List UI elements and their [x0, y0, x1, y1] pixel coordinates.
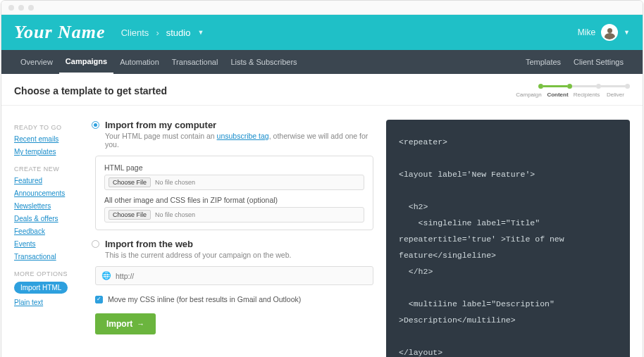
file-status: No file chosen [155, 179, 195, 186]
step-seg [543, 85, 567, 87]
zip-file-input[interactable]: Choose File No file chosen [104, 207, 364, 223]
unsubscribe-tag-link[interactable]: unsubscribe tag [217, 132, 269, 140]
window-chrome [1, 1, 643, 15]
caret-down-icon[interactable]: ▼ [197, 29, 204, 36]
sidebar-import-html[interactable]: Import HTML [14, 282, 68, 294]
code-column: <repeater> <layout label='New Feature'> … [386, 120, 630, 357]
code-preview: <repeater> <layout label='New Feature'> … [386, 120, 630, 357]
progress-stepper: Campaign Content Recipients Deliver [514, 84, 630, 98]
nav-lists[interactable]: Lists & Subscribers [224, 50, 303, 74]
nav-templates[interactable]: Templates [519, 50, 567, 74]
breadcrumb-root[interactable]: Clients [121, 27, 149, 38]
sidebar-heading: CREATE NEW [14, 165, 78, 173]
form-column: Import from my computer Your HTML page m… [92, 120, 373, 357]
import-button[interactable]: Import → [95, 313, 156, 334]
option-desc: Your HTML page must contain an unsubscri… [105, 132, 373, 149]
sidebar-announcements[interactable]: Announcements [14, 189, 78, 197]
globe-icon: 🌐 [101, 271, 111, 280]
radio-unchecked-icon[interactable] [92, 240, 99, 248]
title-bar: Choose a template to get started Campaig… [1, 74, 643, 106]
sidebar-recent-emails[interactable]: Recent emails [14, 135, 78, 143]
option-import-web[interactable]: Import from the web [92, 239, 373, 249]
sidebar-transactional[interactable]: Transactional [14, 253, 78, 261]
window-dot [8, 5, 14, 11]
window-dot [28, 5, 34, 11]
app-header: Your Name Clients › studio ▼ Mike ▼ [1, 15, 643, 50]
step-dot-recipients [596, 84, 601, 89]
nav-automation[interactable]: Automation [113, 50, 166, 74]
step-label: Campaign [514, 92, 543, 98]
sidebar-heading: MORE OPTIONS [14, 270, 78, 277]
content-area: READY TO GO Recent emails My templates C… [1, 106, 643, 357]
arrow-right-icon: → [137, 320, 144, 328]
sidebar-feedback[interactable]: Feedback [14, 227, 78, 235]
check-label: Move my CSS inline (for best results in … [108, 295, 301, 303]
step-seg [601, 85, 625, 87]
html-file-input[interactable]: Choose File No file chosen [104, 175, 364, 190]
sidebar-heading: READY TO GO [14, 124, 78, 131]
sidebar-plain-text[interactable]: Plain text [14, 299, 78, 306]
sidebar-featured[interactable]: Featured [14, 177, 78, 184]
step-seg [572, 85, 596, 87]
window-dot [18, 5, 24, 11]
choose-file-button[interactable]: Choose File [109, 177, 151, 187]
desc-text: Your HTML page must contain an [105, 132, 217, 140]
option-desc: This is the current address of your camp… [105, 251, 373, 259]
step-dot-content [567, 84, 572, 89]
step-label: Deliver [601, 92, 630, 98]
main-nav: Overview Campaigns Automation Transactio… [1, 50, 643, 74]
avatar [601, 24, 618, 41]
radio-checked-icon[interactable] [92, 121, 99, 129]
html-page-label: HTML page [104, 163, 364, 172]
sidebar-my-templates[interactable]: My templates [14, 148, 78, 156]
user-name: Mike [578, 27, 595, 37]
sidebar: READY TO GO Recent emails My templates C… [14, 120, 78, 357]
url-input-wrap[interactable]: 🌐 [95, 266, 373, 285]
sidebar-deals[interactable]: Deals & offers [14, 215, 78, 223]
nav-client-settings[interactable]: Client Settings [567, 50, 630, 74]
sidebar-newsletters[interactable]: Newsletters [14, 202, 78, 210]
breadcrumb: Clients › studio ▼ [121, 27, 204, 38]
sidebar-events[interactable]: Events [14, 240, 78, 248]
nav-transactional[interactable]: Transactional [166, 50, 225, 74]
import-button-label: Import [106, 319, 132, 329]
page-title: Choose a template to get started [14, 85, 514, 96]
caret-down-icon: ▼ [624, 29, 630, 36]
file-upload-box: HTML page Choose File No file chosen All… [95, 156, 373, 230]
url-input[interactable] [116, 272, 367, 280]
breadcrumb-current[interactable]: studio [166, 27, 191, 38]
file-status: No file chosen [155, 211, 195, 218]
option-title: Import from my computer [105, 120, 216, 130]
app-window: Your Name Clients › studio ▼ Mike ▼ Over… [1, 0, 643, 357]
nav-campaigns[interactable]: Campaigns [59, 50, 113, 74]
main-area: Import from my computer Your HTML page m… [92, 120, 630, 357]
option-title: Import from the web [105, 239, 193, 249]
option-import-computer[interactable]: Import from my computer [92, 120, 373, 130]
choose-file-button[interactable]: Choose File [109, 210, 151, 220]
nav-overview[interactable]: Overview [14, 50, 59, 74]
step-dot-deliver [625, 84, 630, 89]
logo[interactable]: Your Name [14, 22, 106, 43]
move-css-check[interactable]: Move my CSS inline (for best results in … [95, 295, 373, 303]
checkbox-checked-icon[interactable] [95, 296, 103, 303]
step-label: Recipients [572, 92, 601, 98]
user-menu[interactable]: Mike ▼ [578, 24, 630, 41]
chevron-right-icon: › [156, 27, 159, 38]
step-label: Content [543, 92, 572, 98]
step-dot-campaign [538, 84, 543, 89]
zip-label: All other image and CSS files in ZIP for… [104, 196, 364, 204]
